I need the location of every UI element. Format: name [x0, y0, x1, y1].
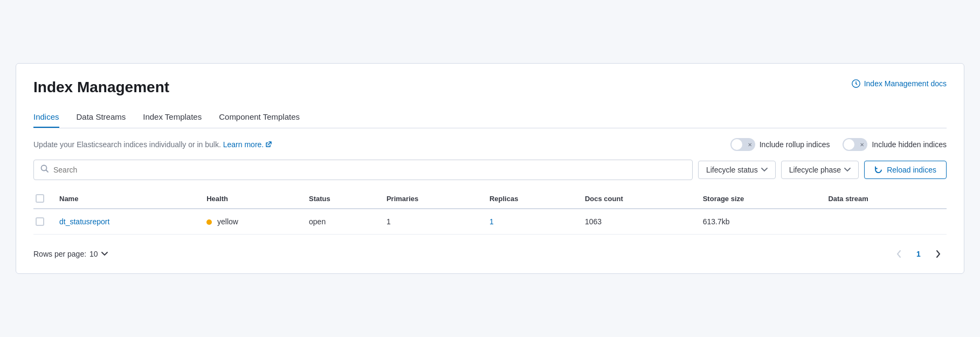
pagination: 1	[891, 245, 947, 263]
row-checkbox-cell	[33, 209, 55, 234]
hidden-toggle-item: ✕ Include hidden indices	[843, 138, 947, 151]
docs-link-text: Index Management docs	[864, 79, 947, 88]
health-dot-icon	[206, 219, 212, 225]
hidden-toggle-knob	[844, 139, 854, 150]
tab-component-templates[interactable]: Component Templates	[219, 107, 300, 128]
next-page-button[interactable]	[929, 245, 947, 263]
table-row: dt_statusreport yellow open 1 1 1063	[33, 209, 947, 234]
next-page-icon	[935, 250, 941, 258]
index-name-link[interactable]: dt_statusreport	[59, 217, 109, 226]
controls-row: Lifecycle status Lifecycle phase Reload …	[33, 160, 947, 180]
lifecycle-phase-dropdown[interactable]: Lifecycle phase	[781, 161, 859, 179]
tab-index-templates[interactable]: Index Templates	[143, 107, 202, 128]
prev-page-icon	[896, 250, 902, 258]
col-health: Health	[202, 189, 305, 209]
page-1-button[interactable]: 1	[910, 245, 927, 263]
row-health-cell: yellow	[202, 209, 305, 234]
col-name: Name	[55, 189, 202, 209]
table-header-row: Name Health Status Primaries Replicas Do…	[33, 189, 947, 209]
tab-data-streams[interactable]: Data Streams	[77, 107, 126, 128]
row-checkbox[interactable]	[36, 217, 44, 226]
row-status-cell: open	[305, 209, 382, 234]
reload-indices-button[interactable]: Reload indices	[864, 161, 947, 179]
row-replicas-cell: 1	[485, 209, 581, 234]
indices-table: Name Health Status Primaries Replicas Do…	[33, 189, 947, 234]
prev-page-button[interactable]	[891, 245, 908, 263]
select-all-checkbox[interactable]	[36, 194, 44, 203]
rollup-toggle-knob	[731, 139, 742, 150]
toggles-area: ✕ Include rollup indices ✕ Include hidde…	[730, 138, 947, 151]
info-row: Update your Elasticsearch indices indivi…	[33, 138, 947, 151]
search-input[interactable]	[53, 166, 686, 174]
search-icon	[40, 164, 49, 175]
col-replicas: Replicas	[485, 189, 581, 209]
rows-per-page[interactable]: Rows per page: 10	[33, 250, 108, 258]
learn-more-link[interactable]: Learn more.	[223, 140, 272, 149]
col-docs-count: Docs count	[581, 189, 699, 209]
header-row: Index Management Index Management docs	[33, 79, 947, 96]
docs-circle-icon	[851, 79, 861, 88]
svg-point-1	[855, 83, 857, 84]
lifecycle-status-chevron-icon	[761, 167, 768, 173]
search-box	[33, 160, 693, 180]
row-primaries-cell: 1	[382, 209, 485, 234]
footer-row: Rows per page: 10 1	[33, 241, 947, 263]
row-name-cell: dt_statusreport	[55, 209, 202, 234]
health-text: yellow	[217, 218, 238, 226]
row-docs-count-cell: 1063	[581, 209, 699, 234]
col-data-stream: Data stream	[824, 189, 947, 209]
col-status: Status	[305, 189, 382, 209]
select-all-checkbox-header	[33, 189, 55, 209]
docs-link[interactable]: Index Management docs	[851, 79, 947, 88]
rollup-toggle-switch[interactable]: ✕	[730, 138, 755, 151]
hidden-toggle-switch[interactable]: ✕	[843, 138, 867, 151]
row-storage-size-cell: 613.7kb	[699, 209, 824, 234]
tab-indices[interactable]: Indices	[33, 107, 59, 128]
tabs-row: Indices Data Streams Index Templates Com…	[33, 107, 947, 128]
page-title: Index Management	[33, 79, 169, 96]
rollup-toggle-label: Include rollup indices	[760, 140, 830, 149]
rows-per-page-chevron-icon	[101, 252, 108, 256]
info-text: Update your Elasticsearch indices indivi…	[33, 140, 272, 149]
lifecycle-phase-chevron-icon	[844, 167, 851, 173]
row-data-stream-cell	[824, 209, 947, 234]
hidden-toggle-label: Include hidden indices	[872, 140, 947, 149]
rollup-toggle-item: ✕ Include rollup indices	[730, 138, 830, 151]
main-container: Index Management Index Management docs I…	[16, 63, 964, 273]
replicas-link[interactable]: 1	[489, 217, 494, 226]
col-primaries: Primaries	[382, 189, 485, 209]
col-storage-size: Storage size	[699, 189, 824, 209]
external-link-icon	[265, 141, 272, 148]
reload-icon	[874, 166, 882, 174]
lifecycle-status-dropdown[interactable]: Lifecycle status	[698, 161, 776, 179]
